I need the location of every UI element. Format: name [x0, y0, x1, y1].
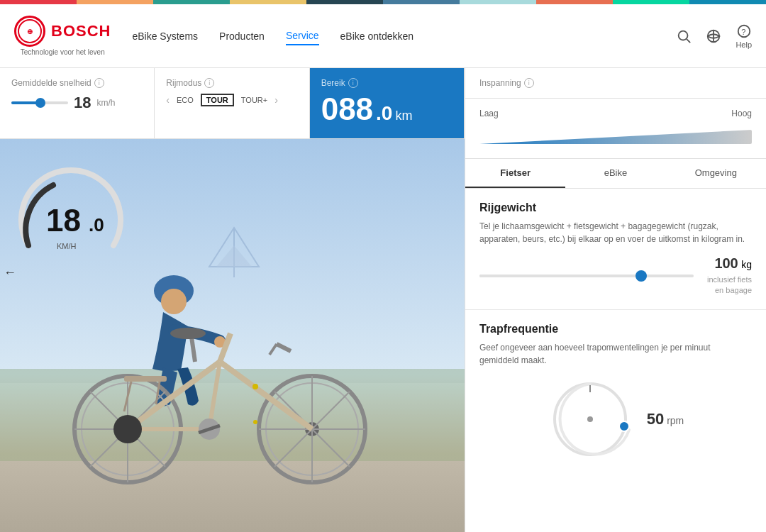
trapfrequentie-title: Trapfrequentie — [479, 323, 752, 336]
language-button[interactable] — [706, 28, 721, 44]
svg-line-29 — [220, 362, 312, 429]
svg-point-39 — [113, 415, 142, 443]
gemiddelde-snelheid-label: Gemiddelde snelheid i — [11, 78, 143, 88]
main-content: Gemiddelde snelheid i 18 km/h Rijmodus i — [0, 68, 766, 532]
svg-point-36 — [170, 328, 206, 339]
brand-name: BOSCH — [51, 22, 111, 40]
laag-label: Laag — [479, 109, 499, 118]
decorative-icon — [206, 224, 262, 281]
rpm-value-row: 50 rpm — [647, 410, 684, 428]
bereik-value-row: 088 .0 km — [321, 94, 453, 125]
laag-hoog-labels: Laag Hoog — [479, 109, 752, 118]
header: ⊕ BOSCH Technologie voor het leven eBike… — [0, 4, 766, 68]
bike-area: 18 .0 KM/H ← — [0, 139, 465, 532]
weight-value-display: 100 kg inclusief fiets en bagage — [702, 255, 752, 297]
rpm-dial[interactable] — [548, 377, 633, 462]
bosch-logo-icon: ⊕ — [14, 16, 45, 47]
right-panel: Inspanning i Laag Hoog Fietser eBike Omg… — [465, 68, 766, 532]
svg-point-43 — [252, 384, 258, 389]
mode-selector: ‹ ECO TOUR TOUR+ › — [166, 94, 297, 106]
svg-point-51 — [587, 416, 593, 422]
mode-prev-button[interactable]: ‹ — [166, 94, 170, 106]
svg-rect-40 — [124, 376, 167, 382]
rijmodus-info-icon[interactable]: i — [204, 78, 214, 88]
hoog-label: Hoog — [731, 109, 752, 118]
gemiddelde-snelheid-info-icon[interactable]: i — [94, 78, 104, 88]
svg-line-34 — [270, 344, 277, 355]
inspanning-slider-section: Laag Hoog — [465, 99, 766, 159]
svg-text:.0: .0 — [89, 214, 104, 235]
rijmodus-label: Rijmodus i — [166, 78, 297, 88]
bosch-logo-inner: ⊕ — [18, 19, 42, 43]
tab-ebike[interactable]: eBike — [565, 159, 665, 188]
mode-tour-plus-button[interactable]: TOUR+ — [238, 94, 270, 106]
weight-slider[interactable] — [479, 275, 694, 277]
rpm-number: 50 — [647, 410, 664, 428]
rpm-unit: rpm — [667, 415, 684, 426]
bereik-unit: km — [395, 109, 412, 122]
svg-line-35 — [192, 337, 195, 362]
weight-unit: kg — [741, 259, 752, 270]
svg-line-1 — [687, 39, 691, 43]
mode-tour-button[interactable]: TOUR — [201, 94, 234, 106]
svg-line-33 — [277, 344, 291, 351]
tab-fietser[interactable]: Fietser — [465, 159, 565, 188]
svg-text:?: ? — [741, 27, 745, 35]
trapfrequentie-section: Trapfrequentie Geef ongeveer aan hoeveel… — [465, 310, 766, 475]
weight-slider-row: 100 kg inclusief fiets en bagage — [479, 255, 752, 297]
speed-slider-thumb — [35, 98, 45, 108]
speed-unit: km/h — [96, 98, 115, 108]
help-button[interactable]: ? Help — [736, 23, 752, 49]
speed-number: 18 — [74, 94, 91, 112]
svg-point-44 — [253, 420, 257, 424]
svg-point-12 — [161, 289, 187, 314]
svg-text:18: 18 — [46, 203, 81, 238]
svg-point-0 — [679, 31, 688, 40]
bosch-logo-symbol: ⊕ — [27, 28, 33, 35]
logo-area: ⊕ BOSCH Technologie voor het leven — [14, 16, 111, 56]
brand-tagline: Technologie voor het leven — [21, 48, 105, 56]
bereik-label: Bereik i — [321, 78, 453, 88]
gemiddelde-snelheid-section: Gemiddelde snelheid i 18 km/h — [0, 68, 155, 138]
weight-note: inclusief fiets en bagage — [702, 275, 752, 297]
bereik-decimal: .0 — [376, 104, 392, 123]
svg-point-50 — [619, 421, 629, 431]
bike-rider-illustration — [21, 248, 433, 489]
rijgewicht-title: Rijgewicht — [479, 201, 752, 214]
bereik-info-icon[interactable]: i — [348, 78, 358, 88]
logo-row: ⊕ BOSCH — [14, 16, 111, 47]
language-icon — [706, 28, 721, 44]
category-tabs: Fietser eBike Omgeving — [465, 159, 766, 189]
bereik-number: 088 — [321, 94, 373, 125]
left-panel: Gemiddelde snelheid i 18 km/h Rijmodus i — [0, 68, 465, 532]
inspanning-header: Inspanning i — [465, 68, 766, 99]
help-icon: ? — [736, 23, 752, 39]
search-icon — [676, 28, 692, 44]
tab-omgeving[interactable]: Omgeving — [666, 159, 766, 188]
main-nav: eBike Systems Producten Service eBike on… — [132, 27, 676, 45]
rijmodus-section: Rijmodus i ‹ ECO TOUR TOUR+ › — [155, 68, 309, 138]
weight-number: 100 — [714, 255, 738, 271]
cursor-pointer: ← — [4, 265, 16, 280]
weight-slider-fill — [479, 275, 640, 277]
inspanning-info-icon[interactable]: i — [524, 78, 534, 88]
help-label: Help — [736, 40, 752, 49]
rijgewicht-description: Tel je lichaamsgewicht + fietsgewicht + … — [479, 220, 752, 245]
trapfrequentie-description: Geef ongeveer aan hoeveel trapomwentelin… — [479, 341, 752, 367]
nav-right: ? Help — [676, 23, 752, 49]
nav-item-ebike-ontdekken[interactable]: eBike ontdekken — [340, 28, 414, 45]
nav-item-producten[interactable]: Producten — [219, 28, 265, 45]
inspanning-slider[interactable] — [479, 123, 752, 151]
gradient-track — [479, 130, 752, 144]
search-button[interactable] — [676, 28, 692, 44]
nav-item-service[interactable]: Service — [286, 27, 319, 45]
speed-value-row: 18 km/h — [11, 94, 143, 112]
mode-eco-button[interactable]: ECO — [174, 94, 196, 106]
rijgewicht-section: Rijgewicht Tel je lichaamsgewicht + fiet… — [465, 189, 766, 310]
bereik-section: Bereik i 088 .0 km — [310, 68, 465, 138]
nav-item-ebike-systems[interactable]: eBike Systems — [132, 28, 198, 45]
svg-marker-47 — [216, 245, 252, 267]
speed-slider[interactable] — [11, 101, 68, 104]
weight-slider-thumb — [635, 270, 647, 282]
mode-next-button[interactable]: › — [274, 94, 278, 106]
